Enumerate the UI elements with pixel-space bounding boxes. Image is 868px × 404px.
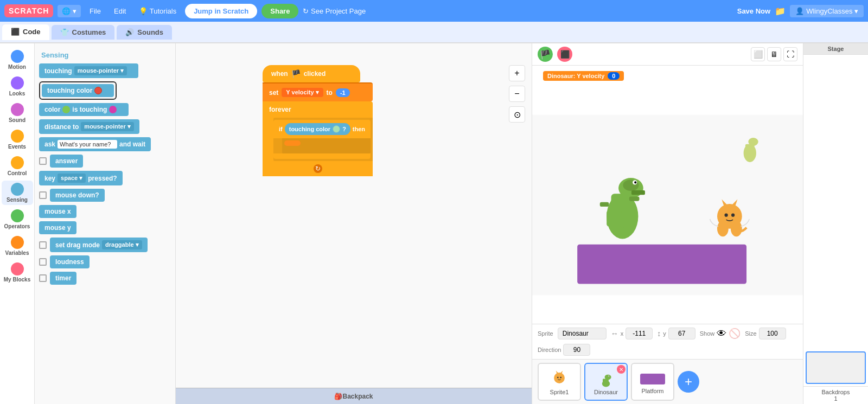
- svg-point-15: [720, 208, 738, 224]
- hide-button[interactable]: 🚫: [729, 328, 741, 339]
- category-operators[interactable]: Operators: [2, 207, 33, 232]
- timer-block[interactable]: timer: [50, 272, 76, 285]
- backdrop-thumb[interactable]: [806, 351, 866, 384]
- tab-code[interactable]: ⬛ Code: [2, 24, 49, 40]
- mouse-y-block[interactable]: mouse y: [39, 221, 76, 234]
- if-block-bottom: [273, 153, 371, 159]
- loudness-checkbox[interactable]: [39, 258, 47, 266]
- sprite-thumb-platform[interactable]: Platform: [631, 363, 674, 401]
- username-label: WlingyClasses ▾: [806, 7, 858, 15]
- timer-checkbox[interactable]: [39, 274, 47, 282]
- category-motion[interactable]: Motion: [2, 48, 33, 72]
- sprite-thumb-sprite1[interactable]: Sprite1: [538, 363, 581, 401]
- category-variables[interactable]: Variables: [2, 234, 33, 258]
- folder-button[interactable]: 📁: [775, 6, 786, 16]
- user-menu-button[interactable]: 👤 WlingyClasses ▾: [790, 5, 864, 17]
- block-timer-row: timer: [39, 272, 171, 285]
- see-project-button[interactable]: ↻ See Project Page: [303, 7, 366, 15]
- set-drag-mode-block[interactable]: set drag mode draggable ▾: [50, 238, 148, 252]
- zoom-fit-button[interactable]: ⊙: [509, 106, 525, 123]
- edit-menu[interactable]: Edit: [110, 5, 130, 17]
- svg-rect-11: [600, 202, 609, 207]
- x-coord-input[interactable]: [626, 328, 653, 339]
- stage-icons: ⬜ 🖥 ⛶: [751, 47, 797, 61]
- backpack-bar[interactable]: 🎒 Backpack: [176, 388, 532, 404]
- y-velocity-dropdown[interactable]: Y velocity ▾: [282, 88, 323, 97]
- code-canvas[interactable]: when 🏴 clicked set Y velocity ▾ to -1 fo…: [176, 43, 532, 404]
- size-input[interactable]: [759, 328, 786, 339]
- answer-block[interactable]: answer: [50, 155, 83, 168]
- globe-button[interactable]: 🌐 ▾: [58, 5, 81, 17]
- zoom-in-button[interactable]: +: [509, 65, 525, 81]
- category-events[interactable]: Events: [2, 127, 33, 152]
- stage-controls: 🏴 ⬛ ⬜ 🖥 ⛶: [532, 43, 803, 66]
- category-sensing[interactable]: Sensing: [2, 181, 33, 205]
- ask-block[interactable]: ask and wait: [39, 137, 151, 151]
- variable-display: Dinosaur: Y velocity 0: [543, 71, 624, 81]
- sprite-delete-button[interactable]: ✕: [617, 365, 626, 374]
- tab-sounds[interactable]: 🔊 Sounds: [117, 25, 172, 40]
- set-y-velocity-block[interactable]: set Y velocity ▾ to -1: [263, 82, 373, 101]
- answer-checkbox[interactable]: [39, 157, 47, 165]
- touching-color-oval[interactable]: touching color ?: [285, 123, 350, 135]
- stage-mini-viewport: [803, 55, 868, 349]
- color-swatch-pink[interactable]: [109, 106, 117, 113]
- svg-rect-23: [577, 245, 746, 284]
- backdrops-label: Backdrops 1: [803, 386, 868, 404]
- color-swatch-red[interactable]: [94, 87, 102, 94]
- ask-input[interactable]: [58, 140, 117, 149]
- green-flag-button[interactable]: 🏴: [538, 47, 553, 62]
- forever-block[interactable]: forever if touching color ? then: [263, 101, 373, 176]
- events-color-dot: [11, 130, 24, 143]
- mouse-down-checkbox[interactable]: [39, 191, 47, 199]
- svg-point-25: [557, 377, 559, 379]
- stage-small-button[interactable]: ⬜: [751, 47, 765, 61]
- costumes-tab-icon: 👕: [60, 28, 69, 36]
- forever-expand-btn[interactable]: ↻: [314, 164, 322, 173]
- touching-color-swatch[interactable]: [333, 125, 340, 133]
- show-button[interactable]: 👁: [717, 328, 726, 339]
- tutorials-button[interactable]: 💡 Tutorials: [135, 5, 181, 17]
- scratch-logo[interactable]: SCRATCH: [4, 4, 53, 17]
- touching-block[interactable]: touching mouse-pointer ▾ ?: [39, 63, 138, 78]
- loudness-block[interactable]: loudness: [50, 255, 90, 268]
- category-looks[interactable]: Looks: [2, 74, 33, 99]
- tab-costumes[interactable]: 👕 Costumes: [52, 25, 115, 40]
- add-sprite-button[interactable]: +: [678, 371, 699, 393]
- code-tab-icon: ⬛: [11, 28, 20, 36]
- category-myblocks[interactable]: My Blocks: [2, 260, 33, 285]
- block-mouse-y-row: mouse y: [39, 221, 171, 234]
- stage-medium-button[interactable]: 🖥: [767, 47, 781, 61]
- file-menu[interactable]: File: [85, 5, 105, 17]
- set-drag-mode-checkbox[interactable]: [39, 241, 47, 249]
- category-sidebar: Motion Looks Sound Events Control Sensin…: [0, 43, 35, 404]
- motion-color-dot: [11, 50, 24, 63]
- distance-to-block[interactable]: distance to mouse-pointer ▾: [39, 119, 139, 134]
- svg-point-6: [634, 181, 636, 183]
- sound-color-dot: [11, 103, 24, 116]
- mouse-x-block[interactable]: mouse x: [39, 205, 76, 218]
- category-sound[interactable]: Sound: [2, 101, 33, 125]
- mouse-down-block[interactable]: mouse down?: [50, 189, 105, 202]
- zoom-out-button[interactable]: −: [509, 86, 525, 102]
- category-control[interactable]: Control: [2, 154, 33, 178]
- jump-in-button[interactable]: Jump in Scratch: [185, 4, 257, 18]
- y-coord-input[interactable]: [668, 328, 695, 339]
- share-button[interactable]: Share: [261, 4, 298, 18]
- svg-marker-27: [556, 371, 559, 374]
- color-is-touching-block[interactable]: color is touching ?: [39, 103, 129, 116]
- code-blocks-area: when 🏴 clicked set Y velocity ▾ to -1 fo…: [263, 65, 373, 176]
- when-flag-clicked-block[interactable]: when 🏴 clicked: [263, 65, 360, 82]
- color-swatch-green[interactable]: [62, 106, 70, 113]
- stage-viewport: [532, 86, 803, 324]
- save-now-button[interactable]: Save Now: [737, 7, 770, 15]
- key-pressed-block[interactable]: key space ▾ pressed?: [39, 171, 123, 185]
- looks-color-dot: [11, 76, 24, 89]
- sprite-name-input[interactable]: [558, 328, 607, 339]
- touching-color-block[interactable]: touching color ?: [42, 84, 114, 97]
- red-stop-button[interactable]: ⬛: [557, 47, 572, 62]
- sprite-thumb-dinosaur[interactable]: ✕ Dinosaur: [584, 363, 628, 401]
- stage-large-button[interactable]: ⛶: [783, 47, 797, 61]
- if-touching-color-block[interactable]: if touching color ? then: [273, 120, 371, 138]
- direction-input[interactable]: [563, 344, 590, 356]
